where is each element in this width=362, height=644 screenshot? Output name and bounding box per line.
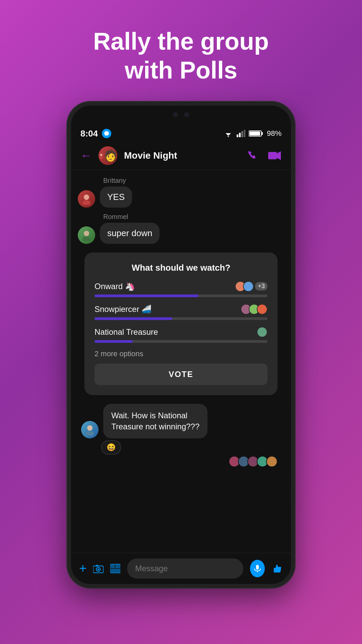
svg-point-15 — [82, 200, 90, 205]
camera-dot-2 — [184, 112, 189, 117]
svg-point-19 — [86, 431, 94, 436]
camera-dots — [173, 112, 189, 117]
mic-button[interactable] — [250, 560, 265, 577]
poll-option-2-label: Snowpiercer 🚄 — [95, 305, 152, 314]
poll-option-3-votes — [257, 327, 267, 337]
svg-marker-13 — [277, 151, 281, 160]
bottom-message-bubble: Wait. How is National Treasure not winni… — [103, 404, 207, 438]
avatar-bottom — [81, 421, 99, 438]
wifi-icon — [223, 130, 233, 137]
camera-dot-1 — [173, 112, 178, 117]
vote-avatar-2c — [257, 304, 267, 315]
poll-option-1-header: Onward 🦄 +3 — [95, 281, 267, 292]
poll-bar-1-fill — [95, 294, 198, 297]
poll-vote-button[interactable]: VOTE — [95, 364, 267, 385]
messenger-status-icon — [102, 129, 111, 138]
camera-button[interactable] — [93, 564, 103, 574]
vote-avatar-1b — [243, 281, 254, 292]
svg-rect-27 — [111, 569, 120, 572]
poll-option-2-header: Snowpiercer 🚄 — [95, 304, 267, 315]
poll-option-3-label: National Treasure — [95, 327, 158, 337]
message-row-brittany: YES — [78, 186, 284, 208]
message-group-rommel: Rommel super down — [78, 213, 284, 244]
nav-bar: ← Movie Night — [71, 142, 291, 170]
svg-marker-1 — [227, 136, 229, 137]
page-header: Rally the group with Polls — [93, 27, 269, 85]
video-button[interactable] — [268, 150, 282, 161]
avatar-rommel — [78, 226, 95, 244]
svg-point-17 — [82, 236, 90, 241]
message-row-rommel: super down — [78, 223, 284, 244]
vote-count-1: +3 — [255, 282, 267, 290]
poll-bar-2-bg — [95, 317, 267, 320]
chat-area: Brittany YES Rommel — [71, 170, 291, 553]
phone-notch-area — [71, 106, 291, 126]
chat-title: Movie Night — [124, 150, 241, 161]
poll-title: What should we watch? — [95, 263, 267, 273]
thumbs-up-button[interactable] — [272, 562, 283, 575]
poll-option-2-votes — [241, 304, 267, 315]
svg-rect-4 — [241, 131, 243, 137]
phone-device: 8:04 — [67, 102, 295, 588]
poll-bar-2-fill — [95, 317, 172, 320]
seen-avatar-5 — [266, 456, 278, 467]
group-avatar — [99, 146, 117, 165]
poll-option-1-label: Onward 🦄 — [95, 282, 135, 291]
svg-rect-2 — [237, 135, 238, 137]
poll-option-2: Snowpiercer 🚄 — [95, 304, 267, 320]
call-button[interactable] — [247, 150, 259, 161]
svg-point-16 — [84, 231, 89, 236]
svg-point-22 — [98, 569, 99, 570]
message-bubble-super-down: super down — [100, 223, 160, 244]
bottom-bar: + — [71, 553, 291, 584]
svg-point-14 — [84, 195, 89, 200]
svg-point-10 — [99, 156, 103, 159]
message-bubble-yes: YES — [100, 186, 132, 208]
bottom-message-text: Wait. How is National Treasure not winni… — [111, 411, 199, 431]
back-button[interactable]: ← — [80, 149, 92, 162]
poll-option-1: Onward 🦄 +3 — [95, 281, 267, 297]
sender-name-brittany: Brittany — [103, 177, 284, 184]
status-time: 8:04 — [80, 128, 98, 139]
svg-rect-28 — [256, 565, 259, 570]
svg-rect-7 — [261, 132, 263, 135]
poll-card: What should we watch? Onward 🦄 +3 — [84, 253, 278, 395]
sender-name-rommel: Rommel — [103, 213, 284, 221]
poll-bar-1-bg — [95, 294, 267, 297]
svg-point-9 — [100, 154, 102, 156]
seen-avatars — [84, 456, 278, 467]
vote-avatar-3a — [257, 327, 267, 337]
message-group-brittany: Brittany YES — [78, 177, 284, 208]
poll-bar-3-fill — [95, 340, 133, 343]
poll-option-3-header: National Treasure — [95, 327, 267, 337]
avatar-brittany — [78, 190, 95, 208]
status-icons: 98% — [223, 129, 282, 138]
status-bar: 8:04 — [71, 126, 291, 142]
poll-more-options: 2 more options — [95, 350, 267, 358]
poll-option-1-votes: +3 — [235, 281, 267, 292]
nav-actions — [247, 150, 282, 161]
svg-rect-8 — [249, 131, 260, 136]
svg-rect-5 — [244, 130, 245, 137]
bottom-message-row: Wait. How is National Treasure not winni… — [81, 404, 281, 438]
battery-icon — [249, 130, 263, 137]
battery-text: 98% — [267, 129, 282, 138]
message-input[interactable] — [127, 558, 243, 579]
bottom-message-group: Wait. How is National Treasure not winni… — [78, 404, 284, 469]
svg-rect-25 — [111, 565, 115, 568]
gallery-button[interactable] — [110, 564, 120, 574]
signal-icon — [237, 130, 245, 137]
side-button — [292, 206, 295, 240]
svg-rect-3 — [239, 133, 241, 137]
poll-option-3: National Treasure — [95, 327, 267, 343]
svg-rect-12 — [268, 152, 277, 159]
poll-bar-3-bg — [95, 340, 267, 343]
reaction-emoji: 😆 — [101, 440, 121, 454]
plus-button[interactable]: + — [79, 561, 86, 576]
svg-marker-0 — [226, 133, 231, 136]
svg-rect-23 — [96, 565, 99, 567]
svg-rect-26 — [115, 565, 120, 568]
svg-point-18 — [87, 425, 93, 431]
